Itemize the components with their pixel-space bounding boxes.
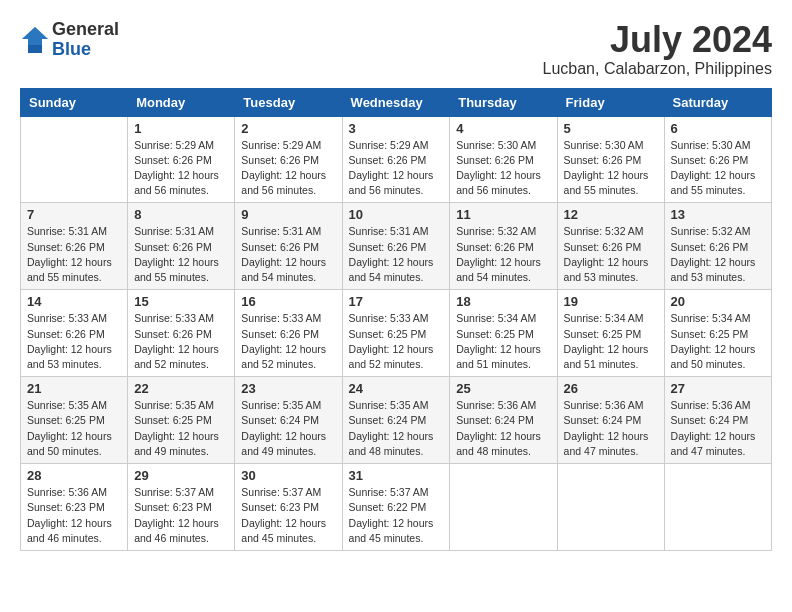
cell-line: Sunset: 6:26 PM [241, 153, 335, 168]
calendar-cell: 10Sunrise: 5:31 AMSunset: 6:26 PMDayligh… [342, 203, 450, 290]
cell-line: Daylight: 12 hours [456, 168, 550, 183]
cell-line: Sunrise: 5:32 AM [564, 224, 658, 239]
cell-line: Sunrise: 5:35 AM [134, 398, 228, 413]
cell-line: Sunset: 6:26 PM [134, 327, 228, 342]
calendar-cell: 4Sunrise: 5:30 AMSunset: 6:26 PMDaylight… [450, 116, 557, 203]
cell-line: and 55 minutes. [27, 270, 121, 285]
cell-content: Sunrise: 5:35 AMSunset: 6:25 PMDaylight:… [134, 398, 228, 459]
cell-line: Sunrise: 5:33 AM [134, 311, 228, 326]
cell-line: and 53 minutes. [27, 357, 121, 372]
cell-line: Sunset: 6:22 PM [349, 500, 444, 515]
cell-line: Sunrise: 5:36 AM [456, 398, 550, 413]
day-number: 13 [671, 207, 765, 222]
day-number: 15 [134, 294, 228, 309]
cell-line: and 51 minutes. [456, 357, 550, 372]
cell-line: Sunrise: 5:35 AM [241, 398, 335, 413]
day-number: 28 [27, 468, 121, 483]
cell-line: Sunset: 6:26 PM [349, 153, 444, 168]
cell-line: Daylight: 12 hours [27, 255, 121, 270]
cell-line: and 47 minutes. [671, 444, 765, 459]
logo-general: General [52, 20, 119, 40]
cell-content: Sunrise: 5:32 AMSunset: 6:26 PMDaylight:… [564, 224, 658, 285]
day-number: 7 [27, 207, 121, 222]
cell-line: Sunset: 6:26 PM [349, 240, 444, 255]
cell-line: Daylight: 12 hours [349, 429, 444, 444]
calendar-cell: 11Sunrise: 5:32 AMSunset: 6:26 PMDayligh… [450, 203, 557, 290]
cell-line: Sunrise: 5:29 AM [241, 138, 335, 153]
cell-line: Sunset: 6:26 PM [564, 153, 658, 168]
cell-line: Daylight: 12 hours [27, 342, 121, 357]
cell-line: and 48 minutes. [456, 444, 550, 459]
cell-line: and 56 minutes. [134, 183, 228, 198]
header-cell-tuesday: Tuesday [235, 88, 342, 116]
cell-line: and 53 minutes. [671, 270, 765, 285]
cell-content: Sunrise: 5:29 AMSunset: 6:26 PMDaylight:… [134, 138, 228, 199]
header-cell-sunday: Sunday [21, 88, 128, 116]
cell-content: Sunrise: 5:33 AMSunset: 6:26 PMDaylight:… [27, 311, 121, 372]
calendar-cell: 23Sunrise: 5:35 AMSunset: 6:24 PMDayligh… [235, 377, 342, 464]
cell-line: Sunset: 6:24 PM [671, 413, 765, 428]
day-number: 14 [27, 294, 121, 309]
day-number: 11 [456, 207, 550, 222]
cell-content: Sunrise: 5:31 AMSunset: 6:26 PMDaylight:… [241, 224, 335, 285]
cell-line: Sunset: 6:26 PM [456, 240, 550, 255]
cell-line: Sunrise: 5:30 AM [456, 138, 550, 153]
cell-line: Sunrise: 5:32 AM [671, 224, 765, 239]
calendar-cell: 25Sunrise: 5:36 AMSunset: 6:24 PMDayligh… [450, 377, 557, 464]
calendar-cell: 15Sunrise: 5:33 AMSunset: 6:26 PMDayligh… [128, 290, 235, 377]
calendar-cell: 24Sunrise: 5:35 AMSunset: 6:24 PMDayligh… [342, 377, 450, 464]
location-subtitle: Lucban, Calabarzon, Philippines [543, 60, 772, 78]
cell-line: and 48 minutes. [349, 444, 444, 459]
cell-content: Sunrise: 5:32 AMSunset: 6:26 PMDaylight:… [456, 224, 550, 285]
calendar-cell: 31Sunrise: 5:37 AMSunset: 6:22 PMDayligh… [342, 464, 450, 551]
cell-line: and 51 minutes. [564, 357, 658, 372]
cell-line: Daylight: 12 hours [671, 168, 765, 183]
cell-line: Sunrise: 5:36 AM [564, 398, 658, 413]
cell-line: and 56 minutes. [349, 183, 444, 198]
cell-line: and 49 minutes. [241, 444, 335, 459]
cell-line: and 49 minutes. [134, 444, 228, 459]
cell-line: Sunrise: 5:32 AM [456, 224, 550, 239]
cell-line: Sunrise: 5:34 AM [456, 311, 550, 326]
cell-line: Sunrise: 5:36 AM [27, 485, 121, 500]
day-number: 9 [241, 207, 335, 222]
cell-content: Sunrise: 5:35 AMSunset: 6:24 PMDaylight:… [241, 398, 335, 459]
calendar-week-5: 28Sunrise: 5:36 AMSunset: 6:23 PMDayligh… [21, 464, 772, 551]
cell-line: Daylight: 12 hours [241, 342, 335, 357]
day-number: 2 [241, 121, 335, 136]
cell-line: and 45 minutes. [241, 531, 335, 546]
page-header: General Blue July 2024 Lucban, Calabarzo… [20, 20, 772, 78]
cell-content: Sunrise: 5:33 AMSunset: 6:26 PMDaylight:… [241, 311, 335, 372]
cell-content: Sunrise: 5:35 AMSunset: 6:24 PMDaylight:… [349, 398, 444, 459]
day-number: 18 [456, 294, 550, 309]
calendar-cell: 3Sunrise: 5:29 AMSunset: 6:26 PMDaylight… [342, 116, 450, 203]
day-number: 19 [564, 294, 658, 309]
calendar-cell: 13Sunrise: 5:32 AMSunset: 6:26 PMDayligh… [664, 203, 771, 290]
cell-line: and 53 minutes. [564, 270, 658, 285]
day-number: 5 [564, 121, 658, 136]
cell-line: Sunrise: 5:31 AM [134, 224, 228, 239]
calendar-week-2: 7Sunrise: 5:31 AMSunset: 6:26 PMDaylight… [21, 203, 772, 290]
cell-content: Sunrise: 5:33 AMSunset: 6:25 PMDaylight:… [349, 311, 444, 372]
day-number: 4 [456, 121, 550, 136]
header-cell-monday: Monday [128, 88, 235, 116]
calendar-cell: 7Sunrise: 5:31 AMSunset: 6:26 PMDaylight… [21, 203, 128, 290]
calendar-cell: 28Sunrise: 5:36 AMSunset: 6:23 PMDayligh… [21, 464, 128, 551]
cell-line: Daylight: 12 hours [456, 255, 550, 270]
cell-content: Sunrise: 5:31 AMSunset: 6:26 PMDaylight:… [134, 224, 228, 285]
calendar-cell: 30Sunrise: 5:37 AMSunset: 6:23 PMDayligh… [235, 464, 342, 551]
calendar-table: SundayMondayTuesdayWednesdayThursdayFrid… [20, 88, 772, 551]
cell-line: Daylight: 12 hours [456, 342, 550, 357]
cell-line: and 52 minutes. [241, 357, 335, 372]
cell-line: Sunrise: 5:31 AM [241, 224, 335, 239]
cell-line: Daylight: 12 hours [564, 342, 658, 357]
cell-line: Sunrise: 5:34 AM [671, 311, 765, 326]
day-number: 12 [564, 207, 658, 222]
cell-content: Sunrise: 5:34 AMSunset: 6:25 PMDaylight:… [671, 311, 765, 372]
day-number: 17 [349, 294, 444, 309]
cell-line: Daylight: 12 hours [134, 342, 228, 357]
cell-line: Daylight: 12 hours [241, 516, 335, 531]
header-cell-friday: Friday [557, 88, 664, 116]
day-number: 30 [241, 468, 335, 483]
cell-line: Daylight: 12 hours [27, 516, 121, 531]
